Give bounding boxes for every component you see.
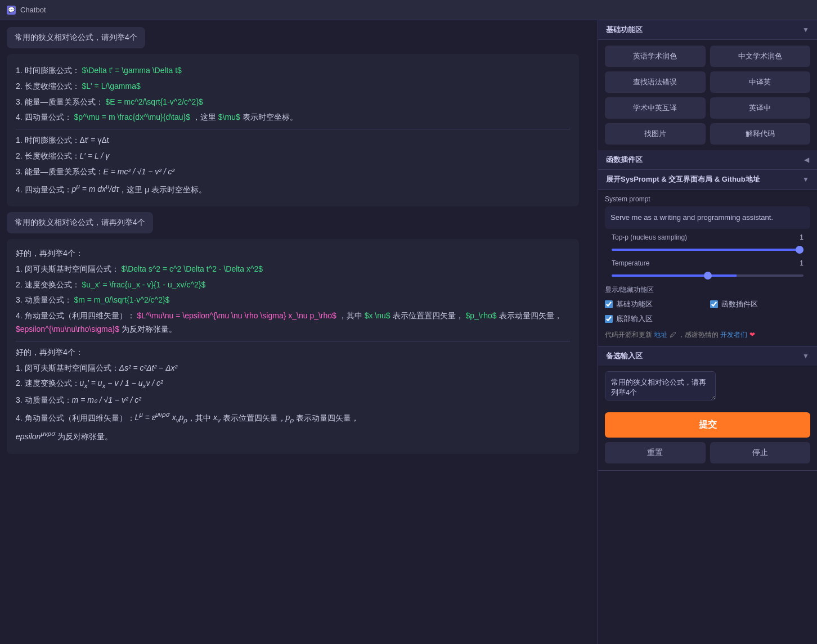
btn-chn-polish[interactable]: 中文学术润色 [710, 46, 811, 67]
backup-section-arrow: ▼ [802, 352, 809, 360]
show-hide-label: 显示/隐藏功能区 [605, 285, 810, 295]
basic-btn-grid: 英语学术润色 中文学术润色 查找语法错误 中译英 学术中英互译 英译中 找图片 … [598, 40, 817, 150]
app-icon: 💬 [7, 6, 16, 15]
app-title: Chatbot [20, 6, 46, 14]
user-message-2: 常用的狭义相对论公式，请再列举4个 [7, 212, 153, 233]
temp-value: 1 [800, 259, 803, 267]
heart-icon: ❤ [749, 331, 755, 339]
formula-rendered-1: 1. 时间膨胀公式：Δt′ = γΔt [16, 134, 570, 147]
formula2-raw-3: 3. 动质量公式： $m = m_0/\sqrt{1-v^2/c^2}$ [16, 294, 570, 307]
formula2-raw-4: 4. 角动量公式（利用四维矢量）： $L^\mu\nu = \epsilon^{… [16, 309, 570, 336]
formula-rendered-4: 4. 四动量公式：pμ = m dxμ/dτ，这里 μ 表示时空坐标。 [16, 181, 570, 196]
reset-button[interactable]: 重置 [605, 442, 706, 463]
plugin-section-title: 函数插件区 [606, 155, 643, 165]
btn-chn-to-eng[interactable]: 中译英 [710, 71, 811, 93]
btn-eng-polish[interactable]: 英语学术润色 [605, 46, 706, 67]
formula2-rendered-4: 4. 角动量公式（利用四维矢量）：Lμ = εμνρσ xνpρ，其中 xν 表… [16, 409, 570, 426]
user-message-1: 常用的狭义相对论公式，请列举4个 [7, 27, 145, 48]
show-hide-section: 显示/隐藏功能区 基础功能区 函数插件区 底部输入区 [605, 281, 810, 326]
backup-section: 备选输入区 ▼ 常用的狭义相对论公式，请再列举4个 提交 重置 停止 [598, 346, 817, 471]
submit-button[interactable]: 提交 [605, 412, 810, 438]
sysprompt-section-header[interactable]: 展开SysPrompt & 交互界面布局 & Github地址 ▼ [598, 170, 817, 190]
app-icon-symbol: 💬 [8, 7, 15, 13]
btn-academic-translate[interactable]: 学术中英互译 [605, 97, 706, 119]
basic-section-header[interactable]: 基础功能区 ▼ [598, 20, 817, 40]
topp-slider[interactable] [612, 249, 803, 251]
checkbox-plugin-input[interactable] [710, 300, 718, 308]
topp-value: 1 [800, 233, 803, 241]
formula2-raw-1: 1. 闵可夫斯基时空间隔公式： $\Delta s^2 = c^2 \Delta… [16, 263, 570, 276]
sysprompt-section-arrow: ▼ [802, 175, 809, 183]
formula-rendered-2: 2. 长度收缩公式：L′ = L / γ [16, 150, 570, 163]
basic-section-arrow: ▼ [802, 26, 809, 34]
assistant-message-2: 好的，再列举4个： 1. 闵可夫斯基时空间隔公式： $\Delta s^2 = … [7, 239, 579, 454]
topp-label: Top-p (nucleus sampling) [612, 233, 687, 241]
temp-row: Temperature 1 [605, 255, 810, 281]
thanks-text: ，感谢热情的 [678, 331, 719, 339]
btn-eng-to-chn[interactable]: 英译中 [710, 97, 811, 119]
checkbox-basic[interactable]: 基础功能区 [605, 299, 706, 309]
topp-label-row: Top-p (nucleus sampling) 1 [612, 233, 803, 241]
opensource-info: 代码开源和更新 地址 🖊 ，感谢热情的 开发者们 ❤ [605, 326, 810, 340]
checkbox-plugin-label: 函数插件区 [721, 299, 758, 309]
btn-find-image[interactable]: 找图片 [605, 123, 706, 145]
formula2-rendered-4b: epsilonμνρσ 为反对称张量。 [16, 428, 570, 443]
plugin-section-header[interactable]: 函数插件区 ◀ [598, 150, 817, 169]
checkbox-grid: 基础功能区 函数插件区 底部输入区 [605, 299, 810, 324]
plugin-section: 函数插件区 ◀ [598, 150, 817, 170]
btn-explain-code[interactable]: 解释代码 [710, 123, 811, 145]
checkbox-plugin[interactable]: 函数插件区 [710, 299, 811, 309]
assistant-intro: 好的，再列举4个： [16, 247, 570, 260]
formula-rendered-3: 3. 能量—质量关系公式：E = mc² / √1 − v² / c² [16, 165, 570, 179]
sysprompt-section: 展开SysPrompt & 交互界面布局 & Github地址 ▼ System… [598, 170, 817, 346]
titlebar: 💬 Chatbot [0, 0, 817, 20]
formula-raw-2: 2. 长度收缩公式： $L' = L/\gamma$ [16, 80, 570, 93]
stop-button[interactable]: 停止 [710, 442, 811, 463]
plugin-section-arrow: ◀ [804, 156, 809, 164]
checkbox-bottom-input[interactable] [605, 315, 613, 323]
formula-raw-4: 4. 四动量公式： $p^\mu = m \frac{dx^\mu}{d\tau… [16, 111, 570, 124]
topp-row: Top-p (nucleus sampling) 1 [605, 229, 810, 255]
temp-label-row: Temperature 1 [612, 259, 803, 267]
formula2-rendered-1: 1. 闵可夫斯基时空间隔公式：Δs² = c²Δt² − Δx² [16, 362, 570, 375]
formula-raw-3: 3. 能量—质量关系公式： $E = mc^2/\sqrt{1-v^2/c^2}… [16, 96, 570, 109]
assistant-intro2: 好的，再列举4个： [16, 346, 570, 359]
dev-link[interactable]: 开发者们 [720, 331, 747, 339]
sysprompt-section-title: 展开SysPrompt & 交互界面布局 & Github地址 [606, 174, 760, 184]
sysprompt-label: System prompt [605, 195, 810, 203]
chat-panel: 常用的狭义相对论公式，请列举4个 1. 时间膨胀公式： $\Delta t' =… [0, 20, 598, 644]
formula-raw-1: 1. 时间膨胀公式： $\Delta t' = \gamma \Delta t$ [16, 64, 570, 78]
backup-section-title: 备选输入区 [606, 351, 643, 361]
checkbox-bottom-label: 底部输入区 [616, 314, 653, 324]
formula2-rendered-2: 2. 速度变换公式：ux′ = ux − v / 1 − uxv / c² [16, 377, 570, 391]
formula2-raw-2: 2. 速度变换公式： $u_x' = \frac{u_x - v}{1 - u_… [16, 278, 570, 292]
checkbox-bottom[interactable]: 底部输入区 [605, 314, 706, 324]
formula2-rendered-3: 3. 动质量公式：m = m₀ / √1 − v² / c² [16, 394, 570, 407]
sidebar: 基础功能区 ▼ 英语学术润色 中文学术润色 查找语法错误 中译英 学术中英互译 … [598, 20, 817, 644]
opensource-link[interactable]: 地址 [654, 331, 667, 339]
basic-section-title: 基础功能区 [606, 25, 643, 35]
opensource-pen: 🖊 [670, 331, 676, 339]
checkbox-basic-label: 基础功能区 [616, 299, 653, 309]
sysprompt-text: Serve me as a writing and programming as… [605, 206, 810, 229]
main-layout: 常用的狭义相对论公式，请列举4个 1. 时间膨胀公式： $\Delta t' =… [0, 20, 817, 644]
temp-slider[interactable] [612, 274, 803, 277]
backup-input[interactable]: 常用的狭义相对论公式，请再列举4个 [605, 371, 716, 400]
sysprompt-body: System prompt Serve me as a writing and … [598, 190, 817, 346]
backup-section-header[interactable]: 备选输入区 ▼ [598, 346, 817, 366]
action-btn-row: 重置 停止 [598, 442, 817, 470]
btn-grammar-check[interactable]: 查找语法错误 [605, 71, 706, 93]
checkbox-basic-input[interactable] [605, 300, 613, 308]
temp-label: Temperature [612, 259, 649, 267]
assistant-message-1: 1. 时间膨胀公式： $\Delta t' = \gamma \Delta t$… [7, 54, 579, 206]
opensource-text: 代码开源和更新 [605, 331, 652, 339]
